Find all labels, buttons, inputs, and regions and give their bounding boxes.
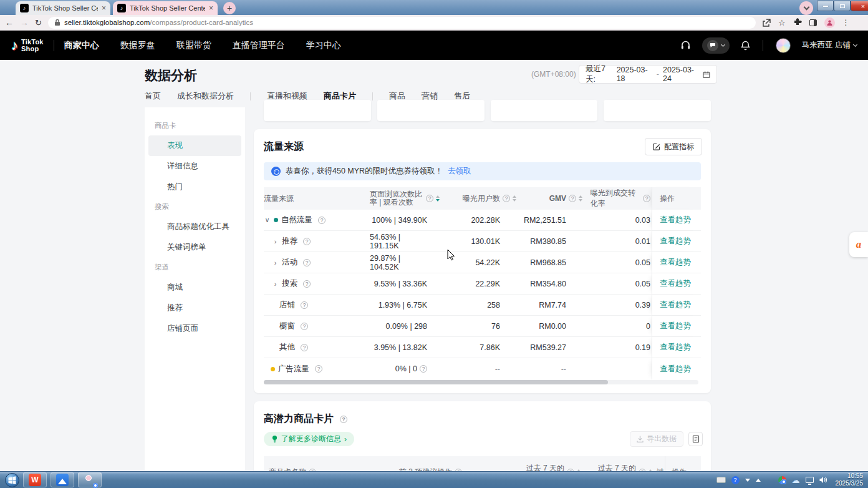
tray-collapse-icon[interactable]	[745, 479, 750, 482]
sidebar-item-shop-page[interactable]: 店铺页面	[148, 318, 241, 339]
sidebar-item-mall[interactable]: 商城	[148, 277, 241, 298]
close-tab-icon[interactable]: ×	[102, 4, 106, 12]
back-button[interactable]: ←	[5, 17, 14, 27]
tab-growth-analytics[interactable]: 成长和数据分析	[177, 90, 234, 102]
view-trend-link[interactable]: 查看趋势	[660, 321, 691, 331]
nav-item-live-platform[interactable]: 直播管理平台	[233, 40, 285, 51]
close-tab-icon[interactable]: ×	[209, 4, 213, 12]
browser-tab-1[interactable]: ♪ TikTok Shop Seller Center | Cr ×	[16, 1, 110, 15]
bookmark-star-icon[interactable]: ☆	[778, 18, 786, 27]
window-close-button[interactable]: ×	[851, 1, 868, 11]
sort-icon[interactable]	[579, 195, 582, 202]
table-row-shop[interactable]: 店铺 ? 1.93% | 6.75K 258 RM7.74 0.39 查看趋势	[264, 295, 701, 316]
help-icon[interactable]: ?	[301, 323, 308, 330]
nav-item-affiliate[interactable]: 联盟带货	[176, 40, 211, 51]
sidebar-item-keyword-ranking[interactable]: 关键词榜单	[148, 237, 241, 258]
extensions-puzzle-icon[interactable]	[793, 18, 802, 27]
store-avatar[interactable]	[776, 38, 791, 53]
table-row-organic[interactable]: ∨ 自然流量 ? 100% | 349.90K 202.28K RM2,251.…	[264, 210, 701, 231]
taskbar-clock[interactable]: 10:55 2025/3/25	[836, 472, 864, 487]
gmv-value: --	[509, 358, 566, 379]
table-row-recommend[interactable]: › 推荐 ? 54.63% | 191.15K 130.01K RM380.85…	[264, 231, 701, 252]
claim-coupon-link[interactable]: 去领取	[448, 166, 471, 177]
table-row-ads[interactable]: 广告流量 ? 0% | 0 ? -- -- 查看趋势	[264, 358, 701, 379]
help-icon[interactable]: ?	[569, 195, 576, 202]
chevron-right-icon[interactable]: ›	[272, 238, 279, 245]
help-icon[interactable]: ?	[303, 238, 311, 245]
new-tab-button[interactable]: +	[223, 2, 236, 14]
chat-widget-button[interactable]	[702, 37, 730, 54]
profile-avatar[interactable]	[824, 17, 835, 28]
nav-item-seller-center[interactable]: 商家中心	[64, 40, 99, 51]
taskbar-wps-button[interactable]: W	[23, 472, 47, 487]
sort-icon[interactable]	[436, 195, 440, 202]
chevron-right-icon[interactable]: ›	[272, 280, 279, 288]
table-row-campaign[interactable]: › 活动 ? 29.87% | 104.52K 54.22K RM968.85 …	[264, 252, 701, 273]
tab-home[interactable]: 首页	[145, 90, 161, 102]
sidebar-item-details[interactable]: 详细信息	[148, 156, 241, 177]
headset-icon[interactable]	[680, 41, 691, 51]
network-tray-icon[interactable]	[806, 477, 814, 483]
table-row-showcase[interactable]: 橱窗 ? 0.09% | 298 76 RM0.00 0 查看趋势	[264, 316, 701, 337]
nav-item-data-compass[interactable]: 数据罗盘	[120, 40, 155, 51]
window-minimize-button[interactable]	[817, 1, 834, 11]
view-trend-link[interactable]: 查看趋势	[660, 364, 691, 374]
view-trend-link[interactable]: 查看趋势	[660, 236, 691, 246]
help-icon[interactable]: ?	[303, 259, 311, 266]
forward-button[interactable]: →	[20, 17, 29, 27]
export-data-button[interactable]: 导出数据	[630, 431, 683, 447]
sidebar-item-title-optimizer[interactable]: 商品标题优化工具	[148, 217, 241, 237]
help-icon[interactable]: ?	[301, 301, 308, 309]
chrome-tray-icon[interactable]	[778, 476, 786, 484]
horizontal-scrollbar[interactable]	[264, 380, 698, 384]
view-trend-link[interactable]: 查看趋势	[660, 215, 691, 225]
help-icon[interactable]: ?	[301, 344, 308, 351]
table-row-other[interactable]: 其他 ? 3.95% | 13.82K 7.86K RM539.27 0.19 …	[264, 337, 701, 358]
help-icon[interactable]: ?	[315, 365, 322, 373]
help-icon[interactable]: ?	[303, 280, 311, 288]
view-trend-link[interactable]: 查看趋势	[660, 342, 691, 353]
nav-item-learning-center[interactable]: 学习中心	[306, 40, 341, 51]
keyboard-tray-icon[interactable]	[716, 477, 726, 483]
reload-button[interactable]: ↻	[35, 18, 42, 27]
tab-search-chevron-icon[interactable]	[799, 1, 813, 15]
sidebar-item-performance[interactable]: 表现	[148, 135, 241, 156]
chevron-down-icon[interactable]: ∨	[264, 216, 271, 224]
help-icon[interactable]: ?	[340, 416, 347, 423]
help-icon[interactable]: ?	[643, 195, 650, 202]
volume-tray-icon[interactable]	[819, 476, 827, 484]
help-icon[interactable]: ?	[426, 195, 433, 202]
browser-menu-icon[interactable]: ⋮	[842, 18, 850, 27]
view-trend-link[interactable]: 查看趋势	[660, 278, 691, 289]
help-icon[interactable]: ?	[318, 217, 326, 224]
side-panel-icon[interactable]	[809, 19, 817, 26]
sidebar-item-recommend[interactable]: 推荐	[148, 298, 241, 318]
customer-service-float-widget[interactable]: a	[849, 232, 868, 257]
address-bar[interactable]: seller.tiktokglobalshop.com/compass/prod…	[48, 17, 756, 29]
taskbar-chrome-button[interactable]	[78, 472, 102, 487]
window-restore-button[interactable]	[834, 1, 851, 11]
wangwang-icon: a	[856, 238, 862, 251]
notification-bell-icon[interactable]	[741, 41, 750, 51]
tray-expand-icon[interactable]	[756, 479, 761, 482]
diagnosis-link[interactable]: 了解更多诊断信息 ›	[264, 432, 354, 446]
table-row-search[interactable]: › 搜索 ? 9.53% | 33.36K 22.29K RM354.80 0.…	[264, 273, 701, 295]
report-list-button[interactable]	[688, 432, 703, 446]
view-trend-link[interactable]: 查看趋势	[660, 257, 691, 268]
browser-tab-2-active[interactable]: ♪ TikTok Shop Seller Center | Cr ×	[113, 1, 218, 15]
share-icon[interactable]	[762, 19, 771, 27]
sidebar-item-trending[interactable]: 热门	[148, 177, 241, 197]
help-icon[interactable]: ?	[420, 365, 427, 373]
cloud-tray-icon[interactable]: ☁	[792, 476, 800, 485]
view-trend-link[interactable]: 查看趋势	[660, 300, 691, 310]
start-button[interactable]	[5, 473, 19, 487]
store-switcher[interactable]: 马来西亚 店铺	[802, 40, 857, 51]
stat-card-partial	[264, 100, 371, 121]
scrollbar-thumb[interactable]	[264, 380, 608, 384]
chevron-right-icon[interactable]: ›	[272, 259, 279, 266]
configure-metrics-button[interactable]: 配置指标	[645, 138, 702, 155]
sidebar-section-search: 搜索	[145, 197, 245, 217]
date-range-picker[interactable]: 最近7天: 2025-03-18 - 2025-03-24	[579, 65, 717, 84]
taskbar-app-button[interactable]	[51, 472, 74, 487]
help-tray-icon[interactable]: ?	[731, 476, 740, 484]
